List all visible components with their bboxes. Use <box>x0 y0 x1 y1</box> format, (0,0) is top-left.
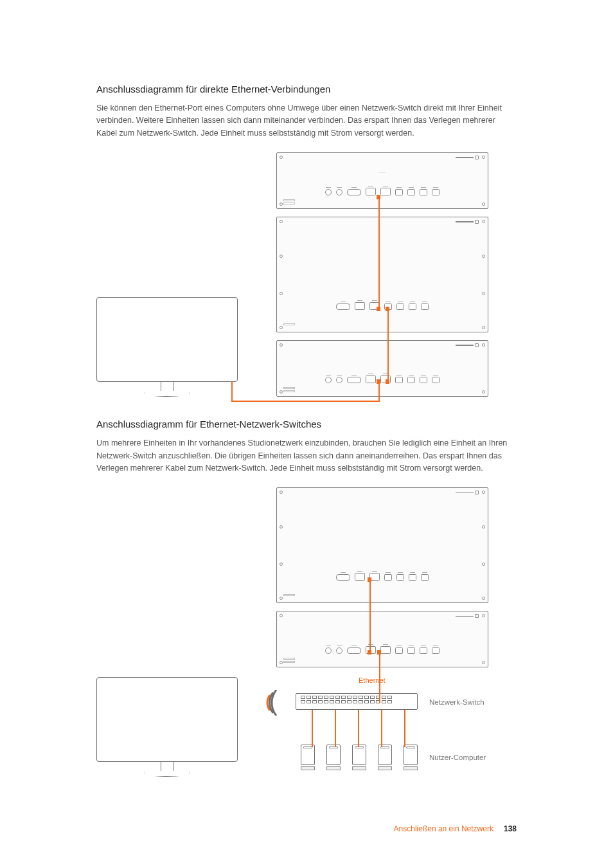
ethernet-cable <box>231 401 380 402</box>
computer-monitor <box>96 677 238 777</box>
diagram-network-switch: Ethernet /*placeholder*/ <box>96 487 517 793</box>
ethernet-cable <box>387 311 389 384</box>
ethernet-plug <box>386 307 389 311</box>
client-computers <box>301 745 418 770</box>
section2-heading: Anschlussdiagramm für Ethernet-Netzwerk-… <box>96 419 517 429</box>
footer-section: Anschließen an ein Netzwerk <box>394 824 493 833</box>
ethernet-plug <box>386 379 389 384</box>
diagram-direct-ethernet: — — — <box>96 152 517 404</box>
rack-unit-bottom2 <box>276 611 488 667</box>
ethernet-label: Ethernet <box>359 676 386 684</box>
ethernet-plug <box>368 650 371 655</box>
label-user-computer: Nutzer-Computer <box>429 754 486 761</box>
rack-unit-top2 <box>276 487 488 603</box>
ethernet-cable <box>369 582 371 655</box>
ethernet-cable <box>231 381 233 402</box>
ethernet-cable <box>381 710 382 747</box>
section2-body: Um mehrere Einheiten in Ihr vorhandenes … <box>96 437 508 475</box>
ethernet-plug <box>368 577 371 582</box>
page-footer: Anschließen an ein Netzwerk 138 <box>394 824 517 833</box>
ethernet-plug <box>377 650 381 655</box>
ethernet-plug <box>377 307 380 311</box>
footer-page-number: 138 <box>504 824 517 833</box>
ethernet-cable <box>378 199 380 311</box>
section1-heading: Anschlussdiagramm für direkte Ethernet-V… <box>96 84 517 95</box>
ethernet-plug <box>377 379 380 384</box>
ethernet-cable <box>379 655 380 703</box>
computer-monitor <box>96 297 238 397</box>
ethernet-cable <box>312 710 313 747</box>
rack-unit-bottom <box>276 340 488 397</box>
ethernet-cable <box>358 710 359 747</box>
wifi-icon <box>256 690 281 716</box>
ethernet-plug <box>377 195 380 199</box>
rack-unit-middle <box>276 217 488 332</box>
ethernet-cable <box>404 710 405 747</box>
ethernet-cable <box>335 710 336 747</box>
section1-body: Sie können den Ethernet-Port eines Compu… <box>96 102 508 140</box>
label-network-switch: Netzwerk-Switch <box>429 698 484 706</box>
switch-ports <box>301 696 392 703</box>
ethernet-cable <box>378 384 380 402</box>
rack-unit-top: — — — <box>276 152 488 209</box>
